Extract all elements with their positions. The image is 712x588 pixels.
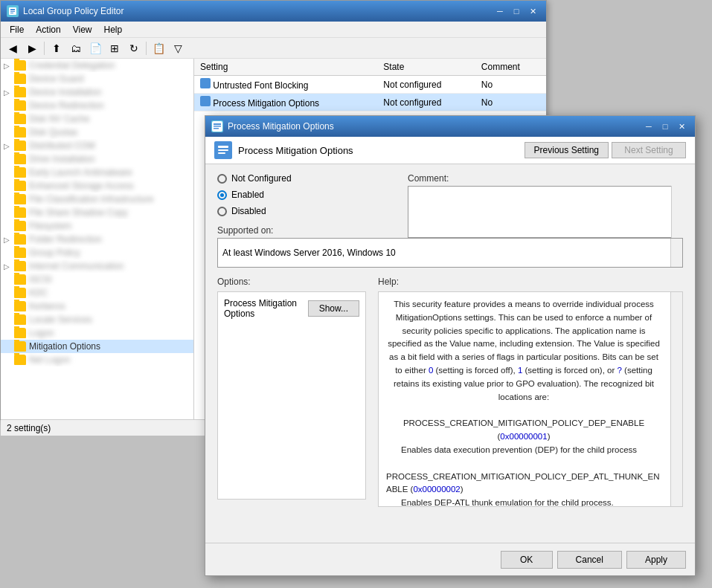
next-setting-button[interactable]: Next Setting [612, 142, 686, 158]
svg-rect-11 [218, 152, 225, 154]
policy-icon-0 [200, 78, 211, 88]
show-button[interactable]: Show... [308, 300, 359, 317]
menu-action[interactable]: Action [30, 23, 66, 36]
dialog-title-bar: Process Mitigation Options ─ □ ✕ [205, 116, 695, 137]
expand-icon-6: ▷ [4, 142, 11, 149]
sidebar-label-17: KDC [29, 288, 48, 298]
radio-label-0: Not Configured [231, 173, 292, 184]
options-panel: Options: Process Mitigation Options Show… [217, 277, 366, 507]
setting-comment-1: No [475, 94, 546, 112]
sidebar-item-18[interactable]: ▷ Kerberos [1, 300, 193, 313]
sidebar-item-3[interactable]: ▷ Device Redirection [1, 99, 193, 112]
maximize-button[interactable]: □ [509, 4, 524, 18]
sidebar-item-6[interactable]: ▷ Distributed COM [1, 139, 193, 152]
folder-icon-5 [14, 127, 26, 138]
svg-rect-5 [214, 123, 221, 125]
folder-icon-7 [14, 154, 26, 164]
dialog-close-button[interactable]: ✕ [674, 120, 689, 133]
sidebar-label-16: iSCSI [29, 274, 52, 285]
cancel-button[interactable]: Cancel [557, 551, 622, 569]
sidebar-item-19[interactable]: ▷ Locale Services [1, 313, 193, 326]
sidebar-item-12[interactable]: ▷ Filesystem [1, 219, 193, 233]
comment-scrollbar [671, 186, 683, 240]
col-state: State [377, 59, 475, 76]
folder-icon-6 [14, 140, 26, 151]
folder-icon-13 [14, 234, 26, 245]
sidebar-label-22: Net Logon [29, 355, 70, 365]
sidebar-item-0[interactable]: ▷ Credential Delegation [1, 59, 193, 72]
folder-icon-mit [14, 341, 26, 352]
sidebar-item-10[interactable]: ▷ File Classification Infrastructure [1, 193, 193, 206]
toolbar-up[interactable]: ⬆ [48, 40, 65, 56]
settings-table: Setting State Comment Untrusted Font Blo… [194, 59, 546, 112]
folder-icon-0 [14, 60, 26, 71]
sidebar-item-1[interactable]: ▷ Device Guard [1, 72, 193, 85]
folder-icon-4 [14, 114, 26, 124]
folder-icon-9 [14, 181, 26, 191]
sidebar-label-10: File Classification Infrastructure [29, 194, 153, 204]
policy-icon-1 [200, 96, 211, 106]
close-button[interactable]: ✕ [525, 4, 540, 18]
folder-icon-8 [14, 167, 26, 178]
toolbar-props[interactable]: ⊞ [106, 40, 124, 56]
sidebar-item-9[interactable]: ▷ Enhanced Storage Access [1, 179, 193, 193]
sidebar-item-11[interactable]: ▷ File Share Shadow Copy [1, 206, 193, 219]
expand-icon-13: ▷ [4, 236, 11, 243]
svg-rect-1 [10, 9, 15, 10]
table-row[interactable]: Untrusted Font Blocking Not configured N… [194, 76, 546, 94]
toolbar-back[interactable]: ◀ [4, 40, 22, 56]
apply-button[interactable]: Apply [626, 551, 686, 569]
table-row[interactable]: Process Mitigation Options Not configure… [194, 94, 546, 112]
sidebar-item-13[interactable]: ▷ Folder Redirection [1, 233, 193, 246]
sidebar-item-2[interactable]: ▷ Device Installation [1, 85, 193, 99]
toolbar-filter[interactable]: ▽ [169, 40, 187, 56]
svg-rect-6 [214, 126, 221, 127]
menu-view[interactable]: View [67, 23, 98, 36]
toolbar-forward[interactable]: ▶ [23, 40, 41, 56]
sidebar-label-13: Folder Redirection [29, 234, 102, 245]
radio-label-2: Disabled [231, 206, 266, 216]
dialog-minimize-button[interactable]: ─ [641, 120, 656, 133]
comment-textarea[interactable] [408, 186, 683, 238]
sidebar-item-22[interactable]: ▷ Net Logon [1, 353, 193, 366]
dialog-footer: OK Cancel Apply [205, 543, 695, 575]
toolbar-show-hide[interactable]: 🗂 [67, 40, 85, 56]
sidebar-label-7: Drive Installation [29, 154, 95, 164]
sidebar-item-15[interactable]: ▷ Internet Communication [1, 259, 193, 273]
sidebar-label-20: Logon [29, 328, 54, 338]
sidebar-item-16[interactable]: ▷ iSCSI [1, 273, 193, 286]
sidebar-item-20[interactable]: ▷ Logon [1, 326, 193, 340]
toolbar-refresh[interactable]: ↻ [125, 40, 143, 56]
menu-file[interactable]: File [4, 23, 30, 36]
sidebar-item-5[interactable]: ▷ Disk Quotas [1, 126, 193, 139]
svg-rect-9 [218, 146, 228, 148]
options-label: Options: [217, 277, 366, 287]
dialog-header-title: Process Mitigation Options [238, 145, 519, 156]
sidebar-item-7[interactable]: ▷ Drive Installation [1, 152, 193, 166]
prev-setting-button[interactable]: Previous Setting [525, 142, 609, 158]
toolbar-export[interactable]: 📋 [150, 40, 167, 56]
help-panel: Help: This security feature provides a m… [378, 277, 683, 507]
radio-circle-2 [217, 207, 227, 216]
folder-icon-1 [14, 74, 26, 84]
main-window-title: Local Group Policy Editor [23, 6, 124, 16]
radio-circle-0 [217, 174, 227, 184]
sidebar-item-mitigation[interactable]: ▷ Mitigation Options [1, 340, 193, 353]
options-help-section: Options: Process Mitigation Options Show… [217, 277, 683, 507]
expand-icon-0: ▷ [4, 62, 11, 69]
sidebar-label-1: Device Guard [29, 74, 83, 84]
toolbar: ◀ ▶ ⬆ 🗂 📄 ⊞ ↻ 📋 ▽ [1, 38, 546, 59]
minimize-button[interactable]: ─ [493, 4, 507, 18]
sidebar-item-17[interactable]: ▷ KDC [1, 286, 193, 300]
dialog-maximize-button[interactable]: □ [658, 120, 673, 133]
dialog-nav-buttons: Previous Setting Next Setting [525, 142, 686, 158]
toolbar-new[interactable]: 📄 [86, 40, 104, 56]
menu-help[interactable]: Help [98, 23, 129, 36]
dialog-title-controls: ─ □ ✕ [641, 120, 689, 133]
status-text: 2 setting(s) [7, 423, 51, 433]
ok-button[interactable]: OK [501, 551, 553, 569]
sidebar-item-8[interactable]: ▷ Early Launch Antimalware [1, 166, 193, 179]
dialog-body: Not Configured Enabled Disabled Comment:… [205, 164, 695, 507]
sidebar-item-4[interactable]: ▷ Disk NV Cache [1, 112, 193, 126]
sidebar-item-14[interactable]: ▷ Group Policy [1, 246, 193, 259]
